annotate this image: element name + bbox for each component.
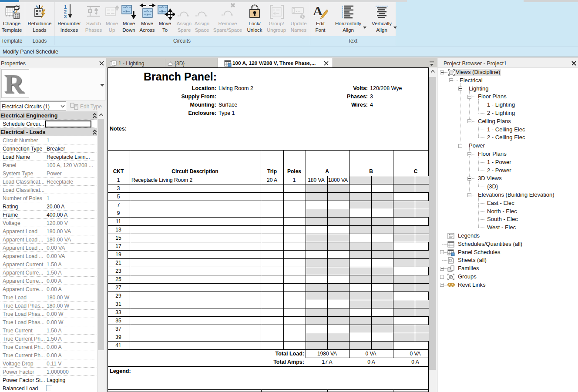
svg-text:3: 3 [64, 14, 67, 19]
svg-text:A: A [313, 4, 323, 18]
